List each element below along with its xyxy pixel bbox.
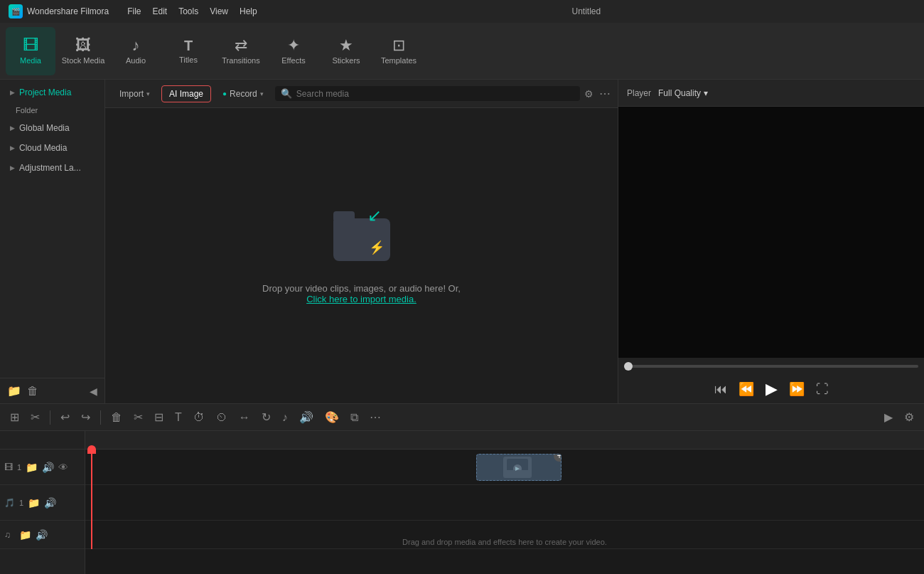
quality-label: Full Quality (658, 88, 701, 98)
tl-divider-2 (100, 410, 101, 425)
drop-zone: ↙ ⚡ Drop your video clips, images, or au… (105, 108, 618, 403)
chevron-icon-4: ▶ (10, 164, 15, 171)
track-eye-icon[interactable]: 👁 (58, 462, 68, 473)
timeline-tracks-body: + (85, 450, 924, 549)
audio-track-speaker-icon[interactable]: 🔊 (44, 497, 56, 509)
audio2-folder-icon[interactable]: 📁 (19, 529, 31, 541)
sidebar-item-project-media[interactable]: ▶ Project Media (3, 83, 102, 102)
loop-btn[interactable]: ↻ (257, 408, 275, 427)
search-input[interactable] (296, 89, 574, 99)
more-btn[interactable]: ⋯ (365, 408, 385, 427)
progress-handle[interactable] (624, 362, 633, 371)
add-clip-icon[interactable]: + (554, 454, 562, 462)
sidebar-item-adjustment[interactable]: ▶ Adjustment La... (3, 158, 102, 178)
templates-icon: ⊡ (392, 38, 405, 53)
step-back-button[interactable]: ⏮ (714, 382, 727, 397)
color-btn[interactable]: 🎨 (321, 408, 343, 427)
titles-icon: T (184, 38, 193, 53)
quality-select[interactable]: Full Quality ▾ (658, 88, 708, 98)
audio-label: Audio (126, 56, 146, 65)
record-label: Record (230, 89, 257, 99)
toolbar-stickers[interactable]: ★ Stickers (321, 27, 371, 75)
media-clip[interactable]: + (476, 454, 562, 481)
audio-track-folder-icon[interactable]: 📁 (28, 497, 40, 509)
transform-btn[interactable]: ⧉ (346, 408, 362, 427)
sidebar-global-media-label: Global Media (19, 123, 70, 133)
sidebar-item-cloud-media[interactable]: ▶ Cloud Media (3, 138, 102, 158)
volume-btn[interactable]: 🔊 (295, 408, 318, 427)
timeline-area: ⊞ ✂ ↩ ↪ 🗑 ✂ ⊟ T ⏱ ⏲ ↔ ↻ ♪ 🔊 🎨 ⧉ ⋯ ▶ ⚙ 🎞 … (0, 403, 924, 574)
clip-thumb-svg (507, 459, 528, 476)
tl-settings-btn[interactable]: ⚙ (900, 408, 918, 427)
cut-btn[interactable]: ✂ (129, 408, 147, 427)
sidebar-item-global-media[interactable]: ▶ Global Media (3, 118, 102, 138)
timeline-toolbar: ⊞ ✂ ↩ ↪ 🗑 ✂ ⊟ T ⏱ ⏲ ↔ ↻ ♪ 🔊 🎨 ⧉ ⋯ ▶ ⚙ (0, 404, 924, 431)
stock-media-label: Stock Media (62, 56, 105, 65)
reverse-btn[interactable]: ↔ (235, 408, 254, 427)
toolbar-effects[interactable]: ✦ Effects (269, 27, 318, 75)
crop-btn[interactable]: ⊟ (150, 408, 168, 427)
progress-bar[interactable] (624, 365, 918, 368)
menu-edit[interactable]: Edit (153, 6, 168, 16)
timeline-content: 🎞 1 📁 🔊 👁 🎵 1 📁 🔊 ♫ 📁 🔊 (0, 431, 924, 574)
tl-right: ▶ ⚙ (880, 408, 918, 427)
import-button[interactable]: Import ▾ (112, 86, 157, 102)
redo-btn[interactable]: ↪ (77, 408, 95, 427)
audio2-speaker-icon[interactable]: 🔊 (36, 529, 48, 541)
ruler-spacer (0, 431, 85, 450)
sidebar-item-folder[interactable]: Folder (0, 102, 104, 118)
speed-btn[interactable]: ⏲ (212, 408, 232, 427)
timeline-ruler: 00:00 00:00:04:19 00:00:09:14 00:00:14:0… (85, 431, 924, 450)
player-screen (618, 107, 924, 358)
tl-play-btn[interactable]: ▶ (880, 408, 897, 427)
delete-folder-icon[interactable]: 🗑 (27, 385, 38, 398)
svg-rect-2 (507, 470, 528, 476)
fullscreen-button[interactable]: ⛶ (816, 382, 829, 397)
more-options-icon[interactable]: ⋯ (599, 87, 611, 100)
record-button[interactable]: ● Record ▾ (215, 86, 271, 102)
audio-btn[interactable]: ♪ (278, 408, 292, 427)
record-chevron-icon: ▾ (260, 90, 264, 97)
menu-view[interactable]: View (210, 6, 228, 16)
collapse-icon[interactable]: ◀ (90, 386, 97, 397)
timeline-view-btn[interactable]: ⊞ (6, 408, 23, 427)
transitions-icon: ⇄ (235, 38, 247, 53)
toolbar-audio[interactable]: ♪ Audio (111, 27, 161, 75)
ai-image-label: AI Image (169, 89, 203, 99)
menu-file[interactable]: File (127, 6, 141, 16)
filter-icon[interactable]: ⚙ (584, 88, 593, 100)
drop-text: Drop your video clips, images, or audio … (262, 283, 461, 304)
time-btn[interactable]: ⏱ (189, 408, 209, 427)
new-folder-icon[interactable]: 📁 (7, 384, 21, 398)
play-button[interactable]: ▶ (765, 380, 778, 398)
sidebar-folder-label: Folder (16, 106, 38, 115)
arrow-right-icon: ⚡ (369, 240, 385, 255)
track-folder-icon[interactable]: 📁 (26, 462, 38, 473)
ai-image-button[interactable]: AI Image (161, 85, 211, 102)
timeline-tracks-header: 🎞 1 📁 🔊 👁 🎵 1 📁 🔊 ♫ 📁 🔊 (0, 431, 85, 574)
playhead[interactable] (91, 450, 92, 549)
track-speaker-icon[interactable]: 🔊 (42, 462, 54, 473)
sidebar-project-media-label: Project Media (19, 87, 71, 97)
text-btn[interactable]: T (171, 408, 186, 427)
audio-track-row[interactable] (85, 485, 924, 521)
import-link[interactable]: Click here to import media. (306, 294, 417, 304)
toolbar-stock-media[interactable]: 🖼 Stock Media (58, 27, 108, 75)
menu-tools[interactable]: Tools (178, 6, 198, 16)
toolbar-transitions[interactable]: ⇄ Transitions (216, 27, 266, 75)
toolbar-media[interactable]: 🎞 Media (6, 27, 55, 75)
audio-track-icon: 🎵 (4, 498, 15, 508)
timeline-mode-btn[interactable]: ✂ (26, 408, 44, 427)
toolbar-titles[interactable]: T Titles (163, 27, 213, 75)
frame-forward-button[interactable]: ⏩ (789, 381, 805, 397)
title-bar-left: 🎬 Wondershare Filmora File Edit Tools Vi… (9, 4, 257, 18)
media-toolbar: Import ▾ AI Image ● Record ▾ 🔍 ⚙ ⋯ (105, 80, 618, 108)
arrow-down-icon: ↙ (367, 206, 382, 225)
frame-back-button[interactable]: ⏪ (738, 381, 754, 397)
toolbar-templates[interactable]: ⊡ Templates (374, 27, 424, 75)
delete-btn[interactable]: 🗑 (107, 408, 127, 427)
audio-track-label: 1 (19, 499, 23, 507)
video-track-row[interactable]: + (85, 450, 924, 485)
undo-btn[interactable]: ↩ (56, 408, 74, 427)
menu-help[interactable]: Help (240, 6, 257, 16)
